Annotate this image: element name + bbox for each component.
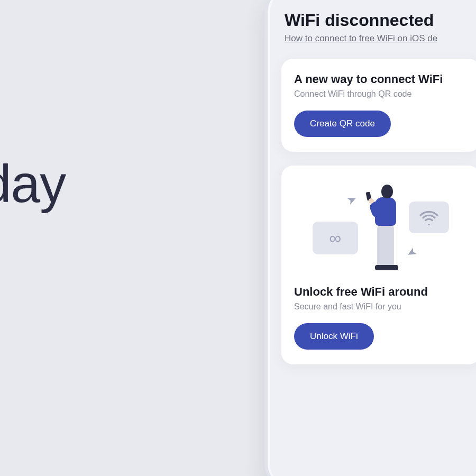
person-illustration — [368, 182, 399, 272]
create-qr-button[interactable]: Create QR code — [294, 111, 391, 137]
arrow-icon: ➤ — [344, 191, 359, 208]
hero-line-2: Fi — [0, 214, 66, 275]
unlock-card-subtitle: Secure and fast WiFI for you — [294, 302, 468, 312]
phone-mockup: WiFi disconnected How to connect to free… — [270, 0, 476, 476]
hero-line-1: eryday — [0, 153, 66, 214]
qr-card-title: A new way to connect WiFi — [294, 72, 468, 86]
qr-card-subtitle: Connect WiFi through QR code — [294, 89, 468, 99]
unlock-card-title: Unlock free WiFi around — [294, 285, 468, 299]
page-title: WiFi disconnected — [285, 11, 476, 30]
wifi-icon — [409, 202, 449, 233]
help-link[interactable]: How to connect to free WiFi on iOS de — [285, 33, 437, 44]
unlock-wifi-button[interactable]: Unlock WiFi — [294, 323, 374, 350]
infinity-icon: ∞ — [313, 222, 358, 254]
arrow-icon: ➤ — [405, 244, 420, 261]
qr-connect-card: A new way to connect WiFi Connect WiFi t… — [281, 59, 476, 152]
unlock-illustration: ∞ ➤ ➤ — [294, 182, 468, 272]
marketing-headline: eryday Fi — [0, 153, 66, 275]
unlock-wifi-card: ∞ ➤ ➤ Unlock free W — [281, 166, 476, 364]
